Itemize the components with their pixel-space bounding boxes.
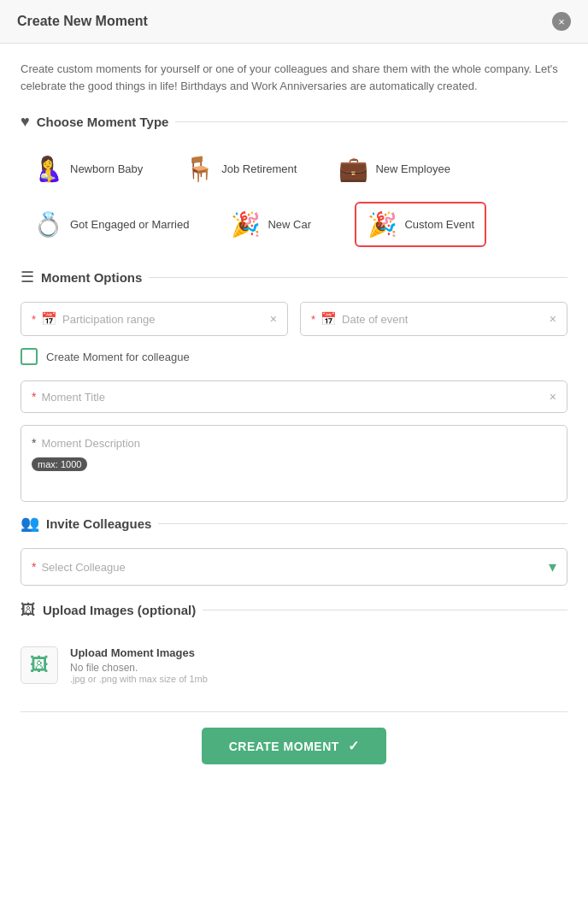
create-moment-label: CREATE MOMENT xyxy=(229,740,339,753)
close-button[interactable]: × xyxy=(552,12,571,31)
description-text: Create custom moments for yourself or on… xyxy=(21,61,567,94)
upload-hint: .jpg or .png with max size of 1mb xyxy=(70,674,208,684)
required-star-participation: * xyxy=(32,313,36,326)
colleague-label: Create Moment for colleague xyxy=(46,351,190,363)
moment-title-field[interactable]: * Moment Title × xyxy=(21,380,567,413)
colleague-checkbox-row: Create Moment for colleague xyxy=(21,348,567,365)
date-of-event-field[interactable]: * 📅 Date of event × xyxy=(300,302,567,336)
invite-colleagues-header: 👥 Invite Colleagues xyxy=(21,514,567,533)
required-star-date: * xyxy=(311,313,315,326)
custom-event-icon: 🎉 xyxy=(367,210,397,239)
got-engaged-icon: 💍 xyxy=(32,210,63,239)
moment-options-section: * 📅 Participation range × * 📅 Date of ev… xyxy=(21,302,567,365)
select-colleague-dropdown[interactable]: * Select Colleague ▾ xyxy=(21,548,567,586)
chevron-down-icon: ▾ xyxy=(549,557,556,576)
required-star-desc: * xyxy=(32,436,36,450)
got-engaged-label: Got Engaged or Married xyxy=(70,218,189,231)
modal-header: Create New Moment × xyxy=(0,0,588,44)
moment-type-new-car[interactable]: 🎉 New Car xyxy=(218,202,338,247)
moment-description-placeholder: Moment Description xyxy=(41,437,140,450)
calendar-icon-participation: 📅 xyxy=(41,311,57,327)
colleague-checkbox[interactable] xyxy=(21,348,38,365)
moment-type-custom-event[interactable]: 🎉 Custom Event xyxy=(355,202,486,247)
textarea-header: * Moment Description xyxy=(32,436,556,450)
new-employee-icon: 💼 xyxy=(338,155,368,183)
modal-body: Create custom moments for yourself or on… xyxy=(0,44,588,804)
heart-icon: ♥ xyxy=(21,113,30,131)
new-employee-label: New Employee xyxy=(375,162,450,175)
date-range-row: * 📅 Participation range × * 📅 Date of ev… xyxy=(21,302,567,336)
image-icon: 🖼 xyxy=(30,654,49,676)
moment-title-clear[interactable]: × xyxy=(550,390,556,404)
select-colleague-placeholder: Select Colleague xyxy=(41,561,549,574)
max-badge: max: 1000 xyxy=(32,457,87,471)
check-icon: ✓ xyxy=(348,738,360,754)
upload-icon[interactable]: 🖼 xyxy=(21,646,58,684)
modal-title: Create New Moment xyxy=(17,14,148,29)
options-icon: ☰ xyxy=(21,268,34,286)
job-retirement-label: Job Retirement xyxy=(221,162,297,175)
newborn-icon: 🤱 xyxy=(32,155,63,183)
create-btn-row: CREATE MOMENT ✓ xyxy=(21,728,567,778)
job-retirement-icon: 🪑 xyxy=(184,155,215,183)
moment-type-new-employee[interactable]: 💼 New Employee xyxy=(326,146,462,192)
moment-description-field[interactable]: * Moment Description max: 1000 xyxy=(21,425,567,502)
calendar-icon-date: 📅 xyxy=(320,311,337,327)
moment-type-job-retirement[interactable]: 🪑 Job Retirement xyxy=(172,146,309,192)
moment-type-got-engaged[interactable]: 💍 Got Engaged or Married xyxy=(21,202,201,247)
date-of-event-clear[interactable]: × xyxy=(550,312,556,326)
create-moment-button[interactable]: CREATE MOMENT ✓ xyxy=(202,728,387,764)
participation-range-placeholder: Participation range xyxy=(62,313,265,326)
upload-title: Upload Moment Images xyxy=(70,646,208,659)
date-of-event-placeholder: Date of event xyxy=(342,313,544,326)
participation-range-field[interactable]: * 📅 Participation range × xyxy=(21,302,288,336)
required-star-title: * xyxy=(32,390,36,404)
choose-moment-type-header: ♥ Choose Moment Type xyxy=(21,113,567,131)
upload-images-section: 🖼 Upload Images (optional) 🖼 Upload Mome… xyxy=(21,601,567,691)
invite-colleagues-title: Invite Colleagues xyxy=(46,516,151,531)
invite-colleagues-section: 👥 Invite Colleagues * Select Colleague ▾ xyxy=(21,514,567,586)
upload-box: 🖼 Upload Moment Images No file chosen. .… xyxy=(21,634,567,691)
participation-range-clear[interactable]: × xyxy=(270,312,277,326)
required-star-colleague: * xyxy=(32,560,36,574)
footer-divider xyxy=(21,711,567,712)
moment-options-header: ☰ Moment Options xyxy=(21,268,567,286)
new-car-label: New Car xyxy=(268,218,311,231)
moment-types-grid: 🤱 Newborn Baby 🪑 Job Retirement 💼 New Em… xyxy=(21,146,567,247)
newborn-label: Newborn Baby xyxy=(70,162,143,175)
upload-info: Upload Moment Images No file chosen. .jp… xyxy=(70,646,208,684)
colleagues-icon: 👥 xyxy=(21,514,39,533)
upload-images-title: Upload Images (optional) xyxy=(43,603,196,617)
upload-section-icon: 🖼 xyxy=(21,601,36,619)
new-car-icon: 🎉 xyxy=(230,210,261,239)
moment-options-title: Moment Options xyxy=(41,270,142,285)
upload-images-header: 🖼 Upload Images (optional) xyxy=(21,601,567,619)
upload-subtitle: No file chosen. xyxy=(70,662,208,674)
choose-moment-type-title: Choose Moment Type xyxy=(37,115,169,129)
moment-type-newborn[interactable]: 🤱 Newborn Baby xyxy=(21,146,155,192)
moment-title-placeholder: Moment Title xyxy=(41,391,544,404)
custom-event-label: Custom Event xyxy=(404,218,474,231)
